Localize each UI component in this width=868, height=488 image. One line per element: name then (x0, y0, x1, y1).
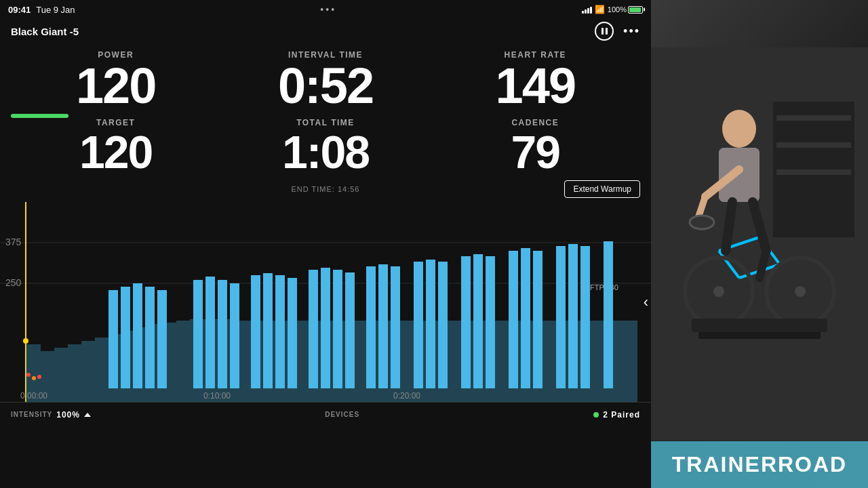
svg-rect-56 (719, 148, 760, 202)
header-row: Black Giant -5 ••• (0, 19, 651, 45)
chart-collapse-button[interactable]: ‹ (644, 293, 648, 311)
svg-text:0:10:00: 0:10:00 (203, 391, 231, 401)
svg-rect-32 (473, 254, 483, 388)
svg-rect-12 (157, 290, 167, 388)
svg-rect-35 (521, 248, 530, 388)
svg-rect-26 (378, 264, 388, 388)
end-time-label: END TIME: 14:56 (220, 185, 430, 193)
svg-point-67 (795, 286, 806, 297)
more-button[interactable]: ••• (623, 24, 640, 39)
heart-rate-cell: HEART RATE 149 (431, 47, 640, 114)
target-row: TARGET 120 TOTAL TIME 1:08 CADENCE 79 (0, 118, 651, 175)
svg-rect-28 (414, 262, 423, 388)
intensity-label: INTENSITY (11, 411, 52, 418)
svg-line-72 (726, 202, 732, 251)
svg-rect-31 (461, 256, 471, 388)
header-controls: ••• (595, 22, 640, 41)
svg-rect-25 (366, 266, 376, 388)
svg-rect-39 (580, 246, 590, 388)
intensity-item[interactable]: INTENSITY 100% (11, 410, 91, 420)
cadence-value: 79 (511, 129, 560, 175)
battery-icon (628, 6, 643, 14)
svg-rect-68 (692, 319, 827, 332)
chart-area: 375 250 FTP 240 (0, 202, 651, 402)
svg-rect-10 (133, 283, 142, 388)
power-cell: POWER 120 (11, 47, 220, 114)
heart-rate-value: 149 (496, 61, 575, 111)
battery-fill (629, 7, 641, 12)
devices-label: DEVICES (325, 411, 359, 418)
devices-item[interactable]: DEVICES (325, 411, 359, 418)
svg-rect-8 (108, 290, 118, 388)
svg-rect-52 (776, 142, 851, 148)
svg-rect-16 (230, 283, 239, 388)
cyclist-svg (651, 47, 868, 441)
battery-percent: 100% (608, 5, 627, 14)
interval-time-value: 0:52 (278, 61, 373, 111)
end-time-row: END TIME: 14:56 Extend Warmup (0, 178, 651, 201)
svg-rect-18 (263, 273, 273, 388)
cadence-cell: CADENCE 79 (431, 118, 640, 175)
svg-point-66 (713, 286, 724, 297)
status-center-dots: ••• (320, 4, 336, 15)
svg-rect-30 (438, 262, 448, 388)
svg-rect-69 (698, 332, 821, 339)
battery-container: 100% (608, 5, 643, 14)
svg-rect-53 (776, 169, 851, 175)
svg-text:375: 375 (5, 237, 22, 247)
extend-warmup-container: Extend Warmup (431, 180, 640, 198)
svg-rect-20 (288, 278, 297, 388)
status-date: Tue 9 Jan (36, 5, 75, 15)
svg-rect-9 (121, 287, 130, 388)
chart-svg: 375 250 FTP 240 (0, 202, 651, 402)
workout-title: Black Giant -5 (11, 26, 79, 37)
svg-rect-14 (205, 277, 215, 388)
cyclist-area (651, 0, 868, 488)
signal-icon (582, 5, 592, 14)
svg-text:250: 250 (5, 277, 22, 288)
status-bar: 09:41 Tue 9 Jan ••• 📶 100% (0, 0, 651, 19)
target-value: 120 (79, 129, 152, 175)
svg-rect-27 (391, 266, 400, 388)
svg-point-44 (37, 375, 41, 379)
svg-rect-21 (309, 270, 318, 388)
svg-rect-51 (776, 115, 851, 121)
phone-panel: 09:41 Tue 9 Jan ••• 📶 100% Black (0, 0, 651, 488)
svg-rect-13 (193, 280, 203, 388)
wifi-icon: 📶 (595, 5, 605, 14)
metrics-grid: POWER 120 INTERVAL TIME 0:52 HEART RATE … (0, 47, 651, 114)
bottom-bar: INTENSITY 100% DEVICES 2 Paired (0, 402, 651, 426)
paired-value: 2 Paired (603, 410, 640, 420)
svg-rect-17 (251, 275, 260, 388)
pause-bar-left (601, 28, 604, 35)
svg-rect-36 (533, 251, 542, 388)
pause-bar-right (606, 28, 608, 35)
svg-text:0:00:00: 0:00:00 (20, 391, 47, 401)
total-time-value: 1:08 (282, 129, 369, 175)
svg-rect-19 (275, 275, 285, 388)
paired-dot-icon (593, 412, 599, 418)
svg-rect-40 (604, 241, 613, 388)
status-icons: 📶 100% (582, 5, 643, 14)
paired-item[interactable]: 2 Paired (593, 410, 640, 420)
svg-point-41 (23, 338, 28, 344)
svg-rect-29 (426, 260, 435, 388)
status-time: 09:41 (8, 5, 31, 15)
svg-rect-33 (486, 256, 495, 388)
svg-rect-24 (345, 272, 355, 388)
pause-button[interactable] (595, 22, 614, 41)
svg-point-59 (690, 216, 714, 229)
svg-text:0:20:00: 0:20:00 (393, 391, 420, 401)
interval-time-cell: INTERVAL TIME 0:52 (220, 47, 430, 114)
svg-rect-37 (556, 246, 566, 388)
svg-point-42 (26, 373, 31, 377)
trainerroad-logo: TRAINERROAD (672, 452, 847, 477)
svg-rect-11 (145, 287, 155, 388)
pause-icon (601, 28, 608, 35)
more-icon: ••• (623, 24, 640, 39)
svg-point-43 (32, 376, 36, 380)
total-time-cell: TOTAL TIME 1:08 (220, 118, 430, 175)
extend-warmup-button[interactable]: Extend Warmup (564, 180, 640, 198)
svg-rect-23 (333, 270, 342, 388)
svg-rect-15 (218, 280, 227, 388)
